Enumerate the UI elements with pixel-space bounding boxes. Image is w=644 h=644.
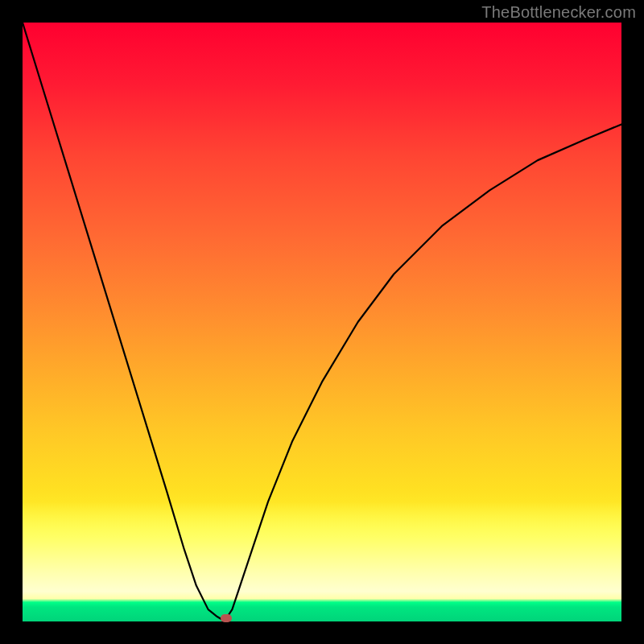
watermark-text: TheBottlenecker.com [481, 3, 636, 22]
minimum-marker [221, 614, 232, 622]
chart-frame: TheBottlenecker.com [0, 0, 644, 644]
plot-area [23, 23, 621, 621]
bottleneck-curve [23, 23, 621, 621]
